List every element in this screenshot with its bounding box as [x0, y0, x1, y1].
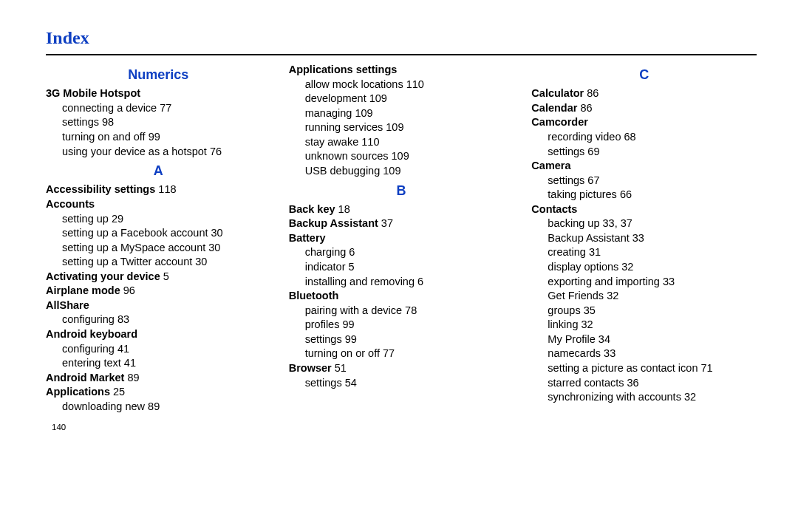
index-subterm: configuring 41: [62, 342, 271, 357]
index-subterm: USB debugging 109: [305, 164, 514, 179]
index-term: Accessibility settings 118: [46, 183, 271, 197]
section-letter: C: [531, 66, 757, 83]
index-term: Calculator 86: [531, 86, 757, 101]
index-text: charging: [305, 246, 347, 258]
index-subterm: exporting and importing 33: [548, 275, 757, 290]
index-page-ref: 68: [624, 131, 636, 143]
index-term: Bluetooth: [289, 289, 514, 304]
index-page-ref: 109: [383, 165, 400, 177]
index-text: managing: [305, 107, 352, 119]
index-page-ref: 25: [113, 386, 125, 398]
index-text: turning on and off: [62, 131, 146, 143]
index-text: Backup Assistant: [289, 217, 378, 229]
index-text: unknown sources: [305, 150, 389, 162]
section-letter-text: A: [154, 163, 163, 178]
index-subterm: charging 6: [305, 245, 514, 260]
index-text: setting up: [62, 213, 109, 225]
index-subterm: settings 98: [62, 115, 271, 130]
index-text: creating: [548, 246, 586, 258]
index-page-ref: 33: [632, 232, 644, 244]
index-page-ref: 37: [381, 217, 393, 229]
index-subterm: Backup Assistant 33: [548, 231, 757, 246]
index-columns: Numerics3G Mobile Hotspotconnecting a de…: [46, 63, 757, 414]
index-text: groups: [548, 304, 580, 316]
index-text: synchronizing with accounts: [548, 391, 681, 403]
index-subterm: pairing with a device 78: [305, 304, 514, 318]
index-page-ref: 35: [584, 304, 596, 316]
index-page-ref: 109: [355, 107, 372, 119]
index-subterm: using your device as a hotspot 76: [62, 145, 271, 160]
index-subterm: managing 109: [305, 106, 514, 121]
index-page-ref: 86: [587, 87, 598, 99]
index-term: 3G Mobile Hotspot: [46, 86, 271, 101]
index-page-ref: 41: [117, 343, 129, 355]
index-text: development: [305, 92, 366, 104]
index-text: Battery: [289, 232, 326, 244]
index-term: Applications 25: [46, 385, 271, 400]
index-term: Camcorder: [531, 115, 757, 130]
index-text: settings: [305, 333, 342, 345]
index-page-ref: 89: [127, 372, 139, 383]
index-page-ref: 54: [345, 377, 357, 389]
index-column: Numerics3G Mobile Hotspotconnecting a de…: [46, 63, 271, 414]
index-subterm: connecting a device 77: [62, 101, 271, 116]
index-page-ref: 99: [342, 318, 354, 330]
index-text: exporting and importing: [548, 276, 660, 287]
index-page-ref: 99: [345, 333, 357, 345]
page-title: Index: [46, 28, 757, 48]
index-subterm: setting a picture as contact icon 71: [548, 361, 757, 376]
index-term: Camera: [531, 159, 757, 174]
index-text: setting up a MySpace account: [62, 242, 205, 253]
index-text: Accessibility settings: [46, 183, 155, 195]
index-page-ref: 67: [587, 174, 599, 186]
index-term: Battery: [289, 231, 514, 246]
index-subterm: settings 99: [305, 332, 514, 347]
index-text: Contacts: [531, 203, 577, 215]
index-term: Calendar 86: [531, 101, 757, 116]
index-page-ref: 69: [587, 146, 599, 157]
index-page-ref: 96: [123, 284, 135, 296]
index-text: starred contacts: [548, 377, 624, 389]
index-text: Applications settings: [289, 64, 398, 75]
index-page-ref: 6: [349, 246, 355, 258]
index-term: Android Market 89: [46, 371, 271, 386]
index-page-ref: 83: [117, 313, 129, 325]
index-page-ref: 5: [349, 261, 355, 273]
index-text: namecards: [548, 347, 601, 359]
index-text: display options: [548, 261, 618, 273]
index-text: Airplane mode: [46, 284, 120, 296]
index-text: backing up: [548, 217, 599, 229]
index-text: AllShare: [46, 299, 89, 311]
index-page-ref: 71: [701, 362, 713, 374]
index-text: Calculator: [531, 87, 584, 99]
index-subterm: setting up a Twitter account 30: [62, 255, 271, 270]
index-page-ref: 110: [361, 136, 379, 148]
index-term: AllShare: [46, 299, 271, 313]
index-subterm: backing up 33, 37: [548, 216, 757, 231]
index-page-ref: 32: [581, 318, 593, 330]
index-page-ref: 99: [149, 131, 160, 143]
index-text: linking: [548, 318, 578, 330]
index-text: Bluetooth: [289, 290, 339, 301]
index-text: Back key: [289, 203, 335, 215]
index-term: Browser 51: [289, 361, 514, 376]
index-subterm: display options 32: [548, 260, 757, 275]
index-term: Activating your device 5: [46, 270, 271, 284]
index-text: taking pictures: [548, 188, 617, 200]
index-subterm: turning on or off 77: [305, 347, 514, 361]
index-page-ref: 89: [148, 400, 160, 412]
index-text: Browser: [289, 362, 332, 374]
section-letter: A: [46, 162, 271, 180]
index-term: Contacts: [531, 202, 757, 217]
index-text: settings: [62, 116, 99, 128]
index-page-ref: 34: [598, 333, 610, 345]
index-column: CCalculator 86Calendar 86Camcorderrecord…: [531, 63, 757, 414]
index-text: settings: [548, 146, 584, 157]
index-page-ref: 33: [604, 347, 615, 359]
index-term: Airplane mode 96: [46, 284, 271, 299]
index-text: connecting a device: [62, 102, 157, 114]
index-text: 3G Mobile Hotspot: [46, 87, 140, 99]
index-page-ref: 118: [158, 183, 176, 195]
index-page-ref: 18: [338, 203, 350, 215]
index-page-ref: 36: [627, 377, 639, 389]
